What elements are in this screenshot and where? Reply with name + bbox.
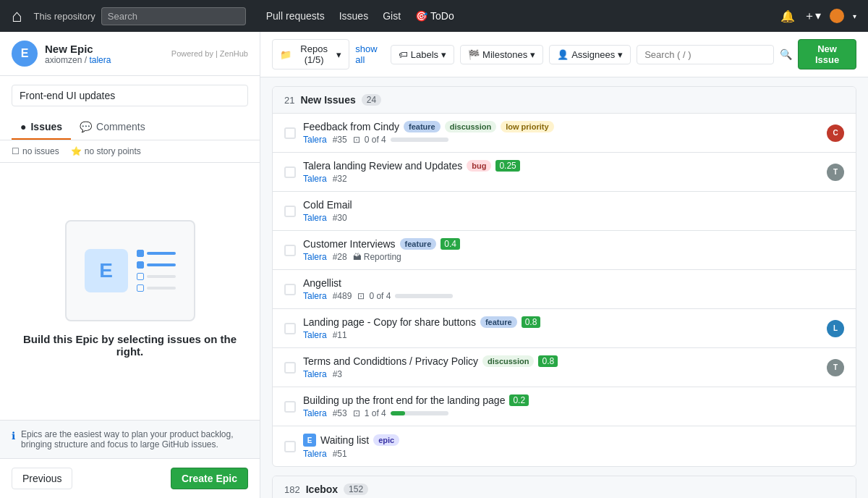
table-row[interactable]: AngellistTalera#489⊡0 of 4 [273,270,856,309]
issue-checkbox-5[interactable] [284,323,296,334]
issue-avatar-6: T [827,359,844,376]
milestones-filter-btn[interactable]: 🏁 Milestones ▾ [460,45,543,64]
issue-title-row-3: Customer Interviewsfeature0.4 [303,238,844,250]
left-panel: E New Epic axiomzen / talera Powered by … [0,32,260,498]
issue-label-bug-1: bug [467,160,491,172]
milestones-label: Milestones [482,49,527,60]
issue-progress-4: ⊡0 of 4 [357,291,453,301]
gist-link[interactable]: Gist [383,10,401,22]
avatar-initials-5: L [833,324,838,332]
progress-fraction-0: 0 of 4 [365,135,386,145]
illustration-box: E [65,220,195,321]
left-footer: Previous Create Epic [0,458,260,498]
issue-checkbox-0[interactable] [284,127,296,139]
show-all-link[interactable]: show all [355,40,384,69]
info-text: Epics are the easiest way to plan your p… [21,429,248,450]
issue-checkbox-8[interactable] [284,441,296,452]
issue-title-row-4: Angellist [303,277,844,289]
avatar-dropdown-icon[interactable]: ▾ [853,12,856,20]
no-story-points-meta: ⭐ no story points [71,146,141,156]
issue-repo-0: Talera [303,135,327,145]
check-line-1 [137,250,176,257]
issue-checkbox-7[interactable] [284,401,296,413]
issue-label-discussion-6: discussion [482,355,534,367]
repos-filter-btn[interactable]: 📁 Repos (1/5) ▾ [272,39,349,69]
right-panel[interactable]: 📁 Repos (1/5) ▾ show all 🏷 Labels ▾ 🏁 Mi… [260,32,868,498]
no-story-points-label: no story points [85,146,141,156]
issue-checkbox-2[interactable] [284,206,296,217]
epic-repo-link[interactable]: talera [89,55,111,65]
issue-num-2: #30 [333,213,347,223]
todo-nav-item[interactable]: 🎯 ToDo [415,10,454,22]
progress-icon-0: ⊡ [353,135,360,145]
issue-meta-4: Talera#489⊡0 of 4 [303,291,844,301]
create-epic-button[interactable]: Create Epic [171,468,248,489]
issue-title-text-0: Feedback from Cindy [303,121,399,132]
issue-title-text-7: Building up the front end for the landin… [303,394,505,406]
avatar-initials-6: T [833,363,838,371]
tab-comments[interactable]: 💬 Comments [71,115,154,140]
filter-search-input[interactable] [637,45,774,64]
issue-content-1: Talera landing Review and Updatesbug0.25… [303,160,820,184]
tab-issues[interactable]: ● Issues [12,115,71,140]
issue-progress-7: ⊡1 of 4 [353,408,448,418]
issue-content-7: Building up the front end for the landin… [303,394,844,418]
issue-groups: 21 New Issues 24 Feedback from Cindyfeat… [260,77,868,498]
previous-button[interactable]: Previous [12,468,72,489]
table-row[interactable]: Customer Interviewsfeature0.4Talera#28🏔 … [273,231,856,270]
filter-bar: 📁 Repos (1/5) ▾ show all 🏷 Labels ▾ 🏁 Mi… [260,32,868,77]
notification-icon[interactable]: 🔔 [780,9,795,23]
issue-checkbox-6[interactable] [284,362,296,374]
table-row[interactable]: Feedback from Cindyfeaturediscussionlow … [273,114,856,153]
issue-checkbox-3[interactable] [284,245,296,256]
left-illustration: E [0,163,260,420]
checkbox-3 [137,273,144,280]
issue-num-3: #28 [333,252,347,262]
user-avatar[interactable] [830,9,844,23]
checkbox-2 [137,261,144,269]
epic-icon-8: E [303,434,316,447]
table-row[interactable]: Landing page - Copy for share buttonsfea… [273,309,856,348]
progress-fraction-4: 0 of 4 [369,291,391,301]
issue-content-3: Customer Interviewsfeature0.4Talera#28🏔 … [303,238,844,262]
labels-filter-btn[interactable]: 🏷 Labels ▾ [391,45,454,64]
info-box: ℹ Epics are the easiest way to plan your… [0,420,260,458]
main-layout: E New Epic axiomzen / talera Powered by … [0,32,868,498]
milestone-tag-3: 🏔 Reporting [353,252,401,262]
issue-repo-1: Talera [303,174,327,184]
issue-title-text-8: Waiting list [320,434,369,446]
issue-label-feature-5: feature [480,316,517,328]
table-row[interactable]: Talera landing Review and Updatesbug0.25… [273,153,856,192]
repo-search-input[interactable] [101,7,246,25]
bar-2 [147,263,176,266]
new-issue-button[interactable]: New Issue [798,39,856,69]
issue-title-row-6: Terms and Condidtions / Privacy Policydi… [303,355,820,367]
issue-meta-8: Talera#51 [303,449,844,459]
left-tabs: ● Issues 💬 Comments [0,115,260,140]
issues-link[interactable]: Issues [339,10,368,22]
progress-icon-7: ⊡ [353,408,360,418]
table-row[interactable]: Cold EmailTalera#30 [273,192,856,231]
repos-label: Repos (1/5) [294,43,333,65]
table-row[interactable]: Building up the front end for the landin… [273,387,856,426]
issue-repo-6: Talera [303,369,327,379]
issue-checkbox-1[interactable] [284,166,296,178]
issues-tab-label: Issues [30,121,62,132]
assignees-filter-btn[interactable]: 👤 Assignees ▾ [549,45,631,64]
todo-label: ToDo [430,10,454,22]
no-issues-meta: ☐ no issues [12,146,59,156]
plus-icon[interactable]: ＋▾ [804,9,821,24]
table-row[interactable]: EWaiting listepicTalera#51 [273,426,856,466]
issue-score-7: 0.2 [509,394,529,406]
progress-bar-container-4 [395,294,453,298]
issue-title-text-2: Cold Email [303,199,352,211]
table-row[interactable]: Terms and Condidtions / Privacy Policydi… [273,348,856,387]
issue-checkbox-4[interactable] [284,284,296,295]
pull-requests-link[interactable]: Pull requests [266,10,325,22]
assignees-icon: 👤 [557,49,569,60]
issue-title-text-3: Customer Interviews [303,238,396,250]
epic-sub: axiomzen / talera [45,55,111,65]
home-icon[interactable]: ⌂ [12,7,22,25]
bar-3 [147,275,176,278]
epic-title-input[interactable] [12,85,248,106]
